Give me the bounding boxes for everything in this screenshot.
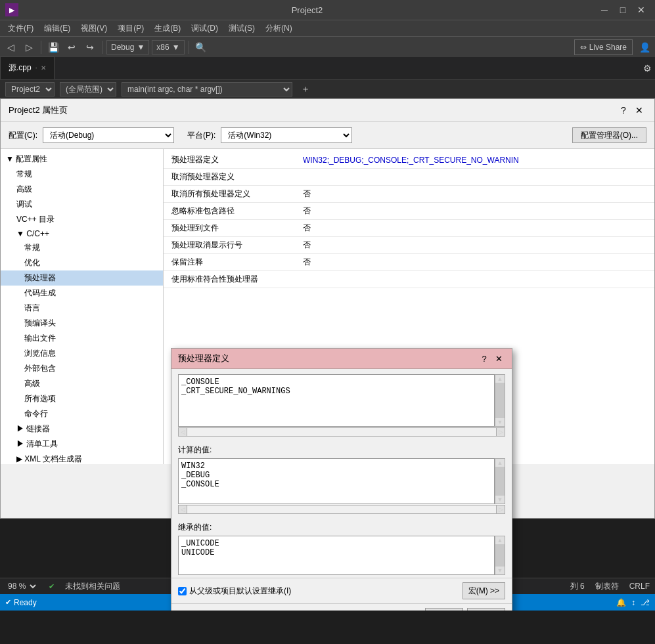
- platform-dropdown-arrow: ▼: [172, 43, 180, 52]
- computed-item-1: _DEBUG: [181, 471, 491, 480]
- macro-expand-btn[interactable]: 宏(M) >>: [463, 582, 505, 599]
- add-watch-btn[interactable]: ＋: [298, 81, 313, 97]
- restore-button[interactable]: □: [614, 3, 631, 16]
- title-bar: ▶ Project2 ─ □ ✕: [0, 0, 655, 20]
- hscroll-left-btn[interactable]: ◁: [178, 427, 187, 437]
- inherited-vscroll-down[interactable]: ▼: [495, 567, 505, 574]
- computed-vscroll-track: [495, 467, 505, 496]
- debug-config-label: Debug: [111, 43, 134, 52]
- toolbar-sep2: [102, 41, 102, 54]
- dialog-input-section: _CONSOLE _CRT_SECURE_NO_WARNINGS ▲ ▼ ◁ ▷: [171, 369, 512, 439]
- menu-build[interactable]: 生成(B): [149, 22, 186, 35]
- menu-debug[interactable]: 调试(D): [186, 22, 223, 35]
- tab-settings-btn[interactable]: ⚙: [639, 56, 655, 79]
- project-scope-dropdown[interactable]: Project2: [5, 82, 55, 97]
- platform-dropdown[interactable]: x86 ▼: [152, 40, 184, 54]
- inherit-checkbox[interactable]: [178, 587, 187, 595]
- vscroll-up-btn[interactable]: ▲: [495, 375, 505, 383]
- hscroll-track[interactable]: [187, 427, 496, 437]
- preprocessor-dialog: 预处理器定义 ? ✕ _CONSOLE _CRT_SECURE_NO_WARNI…: [171, 348, 512, 611]
- inherited-vscroll-up[interactable]: ▲: [495, 536, 505, 544]
- toolbar-redo-btn[interactable]: ↪: [82, 39, 98, 55]
- vscroll-inherited[interactable]: ▲ ▼: [495, 536, 505, 575]
- title-bar-left: ▶: [5, 3, 18, 16]
- search-btn[interactable]: 🔍: [193, 39, 209, 55]
- toolbar-back-btn[interactable]: ◁: [3, 39, 18, 55]
- live-share-icon: ⇔: [580, 43, 587, 52]
- inherited-item-0: _UNICODE: [181, 539, 491, 548]
- window-controls: ─ □ ✕: [596, 3, 650, 16]
- computed-wrapper: WIN32 _DEBUG _CONSOLE ▲ ▼: [178, 458, 505, 504]
- live-share-label: Live Share: [589, 43, 627, 52]
- vscroll-down-btn[interactable]: ▼: [495, 418, 505, 426]
- debug-config-dropdown[interactable]: Debug ▼: [106, 40, 149, 54]
- dialog-cancel-btn[interactable]: 取消: [467, 608, 505, 611]
- menu-project[interactable]: 项目(P): [112, 22, 149, 35]
- vscroll-track: [495, 383, 505, 418]
- footer-right: 宏(M) >>: [463, 582, 505, 599]
- dialog-footer: 从父级或项目默认设置继承(I) 宏(M) >>: [171, 578, 512, 603]
- tab-source-cpp[interactable]: 源.cpp · ✕: [0, 56, 55, 79]
- inherited-vscroll-track: [495, 544, 505, 567]
- live-share-button[interactable]: ⇔ Live Share: [574, 39, 633, 55]
- dialog-help-btn[interactable]: ?: [478, 353, 491, 364]
- computed-item-2: _CONSOLE: [181, 480, 491, 489]
- inherited-scrollbox[interactable]: _UNICODE UNICODE: [178, 536, 495, 575]
- computed-label: 计算的值:: [178, 444, 505, 456]
- menu-edit[interactable]: 编辑(E): [39, 22, 76, 35]
- vscroll-input[interactable]: ▲ ▼: [495, 374, 505, 427]
- computed-hscroll-left[interactable]: ◁: [178, 505, 187, 514]
- inherit-label: 从父级或项目默认设置继承(I): [189, 586, 291, 597]
- computed-hscroll-track[interactable]: [187, 505, 496, 514]
- menu-test[interactable]: 测试(S): [223, 22, 260, 35]
- inherited-wrapper: _UNICODE UNICODE ▲ ▼: [178, 536, 505, 575]
- toolbar-sep3: [189, 41, 189, 54]
- hscroll-input: ◁ ▷: [178, 427, 505, 437]
- dialog-title: 预处理器定义: [178, 353, 229, 364]
- menu-bar: 文件(F) 编辑(E) 视图(V) 项目(P) 生成(B) 调试(D) 测试(S…: [0, 20, 655, 36]
- computed-vscroll-up[interactable]: ▲: [495, 459, 505, 467]
- global-scope-dropdown[interactable]: (全局范围): [60, 82, 116, 97]
- inherited-item-1: UNICODE: [181, 548, 491, 557]
- main-area: Project2 属性页 ? ✕ 配置(C): 活动(Debug) 平台(P):…: [0, 98, 655, 611]
- tab-close-btn[interactable]: ✕: [41, 64, 46, 72]
- tab-modified-icon: ·: [35, 64, 37, 72]
- computed-hscroll-right[interactable]: ▷: [496, 505, 505, 514]
- dialog-controls: ? ✕: [478, 353, 505, 364]
- toolbar-extra-btn[interactable]: 👤: [637, 39, 652, 55]
- dialog-title-bar: 预处理器定义 ? ✕: [171, 349, 512, 369]
- dialog-overlay: 预处理器定义 ? ✕ _CONSOLE _CRT_SECURE_NO_WARNI…: [0, 98, 655, 611]
- inherit-checkbox-row: 从父级或项目默认设置继承(I): [178, 586, 291, 597]
- debug-dropdown-arrow: ▼: [137, 43, 145, 52]
- computed-scrollbox[interactable]: WIN32 _DEBUG _CONSOLE: [178, 458, 495, 504]
- close-button[interactable]: ✕: [633, 3, 650, 16]
- computed-item-0: WIN32: [181, 462, 491, 471]
- menu-view[interactable]: 视图(V): [76, 22, 112, 35]
- vs-logo: ▶: [5, 3, 18, 16]
- dialog-computed-section: 计算的值: WIN32 _DEBUG _CONSOLE ▲ ▼ ◁: [171, 439, 512, 517]
- tab-label: 源.cpp: [9, 62, 32, 74]
- computed-vscroll-down[interactable]: ▼: [495, 496, 505, 504]
- dialog-ok-btn[interactable]: 确定: [425, 608, 463, 611]
- platform-label: x86: [156, 43, 169, 52]
- preprocessor-input[interactable]: _CONSOLE _CRT_SECURE_NO_WARNINGS: [178, 374, 495, 427]
- vscroll-computed[interactable]: ▲ ▼: [495, 458, 505, 504]
- input-wrapper: _CONSOLE _CRT_SECURE_NO_WARNINGS ▲ ▼: [178, 374, 505, 427]
- hscroll-right-btn[interactable]: ▷: [496, 427, 505, 437]
- minimize-button[interactable]: ─: [596, 3, 613, 16]
- path-bar: Project2 (全局范围) main(int argc, char * ar…: [0, 80, 655, 98]
- function-dropdown[interactable]: main(int argc, char * argv[]): [122, 82, 292, 97]
- menu-file[interactable]: 文件(F): [3, 22, 39, 35]
- computed-hscroll: ◁ ▷: [178, 505, 505, 514]
- toolbar-sep1: [41, 41, 41, 54]
- dialog-close-btn[interactable]: ✕: [492, 353, 505, 364]
- toolbar-forward-btn[interactable]: ▷: [21, 39, 37, 55]
- dialog-action-row: 确定 取消: [171, 603, 512, 611]
- menu-analyze[interactable]: 分析(N): [260, 22, 298, 35]
- toolbar-save-btn[interactable]: 💾: [45, 39, 61, 55]
- inherited-label: 继承的值:: [178, 522, 505, 533]
- toolbar-undo-btn[interactable]: ↩: [64, 39, 79, 55]
- toolbar: ◁ ▷ 💾 ↩ ↪ Debug ▼ x86 ▼ 🔍 ⇔ Live Share 👤: [0, 36, 655, 57]
- dialog-inherited-section: 继承的值: _UNICODE UNICODE ▲ ▼: [171, 517, 512, 578]
- window-title: Project2: [18, 5, 596, 15]
